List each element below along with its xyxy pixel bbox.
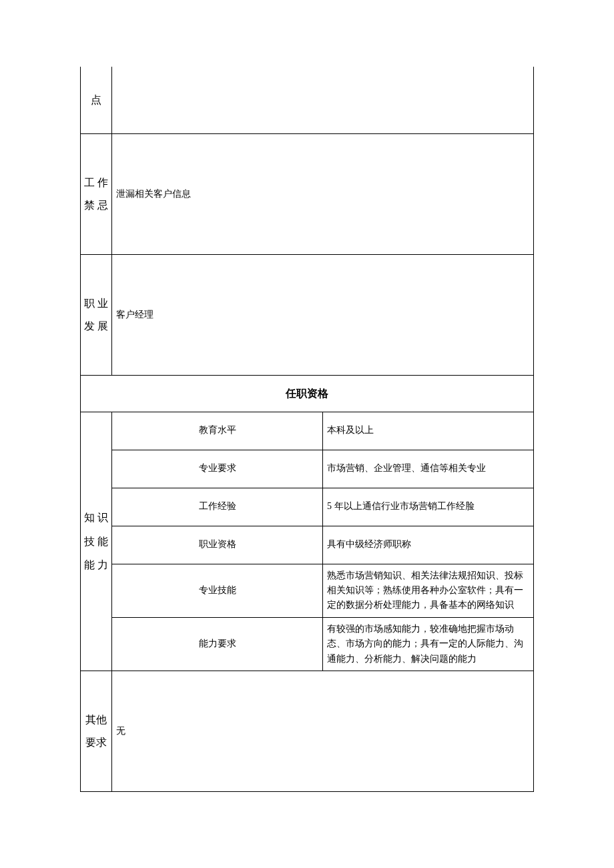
row-taboo: 工 作禁 忌 泄漏相关客户信息	[81, 134, 534, 255]
value-taboo: 泄漏相关客户信息	[112, 134, 534, 255]
label-cert: 职业资格	[112, 526, 323, 564]
label-key-points: 点	[81, 67, 112, 134]
row-ability: 能力要求 有较强的市场感知能力，较准确地把握市场动态、市场方向的能力；具有一定的…	[81, 617, 534, 671]
row-experience: 工作经验 5 年以上通信行业市场营销工作经脸	[81, 488, 534, 526]
label-knowledge: 知 识 技 能 能 力	[81, 412, 112, 671]
row-skill: 专业技能 熟悉市场营销知识、相关法律法规招知识、投标相关知识等；熟练使用各种办公…	[81, 564, 534, 617]
value-ability: 有较强的市场感知能力，较准确地把握市场动态、市场方向的能力；具有一定的人际能力、…	[323, 617, 534, 671]
label-experience: 工作经验	[112, 488, 323, 526]
value-skill: 熟悉市场营销知识、相关法律法规招知识、投标相关知识等；熟练使用各种办公室软件；具…	[323, 564, 534, 617]
row-qualification-header: 任职资格	[81, 376, 534, 412]
row-key-points: 点	[81, 67, 534, 134]
row-education: 知 识 技 能 能 力 教育水平 本科及以上	[81, 412, 534, 450]
row-career: 职 业 发 展 客户经理	[81, 255, 534, 376]
label-education: 教育水平	[112, 412, 323, 450]
label-taboo: 工 作禁 忌	[81, 134, 112, 255]
row-other: 其他 要求 无	[81, 671, 534, 791]
label-skill: 专业技能	[112, 564, 323, 617]
label-major: 专业要求	[112, 450, 323, 488]
job-description-table: 点 工 作禁 忌 泄漏相关客户信息 职 业 发 展 客户经理 任职资格 知 识 …	[80, 67, 534, 792]
value-key-points	[112, 67, 534, 134]
value-career: 客户经理	[112, 255, 534, 376]
value-other: 无	[112, 671, 534, 791]
value-major: 市场营销、企业管理、通信等相关专业	[323, 450, 534, 488]
value-experience: 5 年以上通信行业市场营销工作经脸	[323, 488, 534, 526]
label-other: 其他 要求	[81, 671, 112, 791]
value-cert: 具有中级经济师职称	[323, 526, 534, 564]
label-career: 职 业 发 展	[81, 255, 112, 376]
row-cert: 职业资格 具有中级经济师职称	[81, 526, 534, 564]
row-major: 专业要求 市场营销、企业管理、通信等相关专业	[81, 450, 534, 488]
value-education: 本科及以上	[323, 412, 534, 450]
qualification-header: 任职资格	[81, 376, 534, 412]
label-ability: 能力要求	[112, 617, 323, 671]
